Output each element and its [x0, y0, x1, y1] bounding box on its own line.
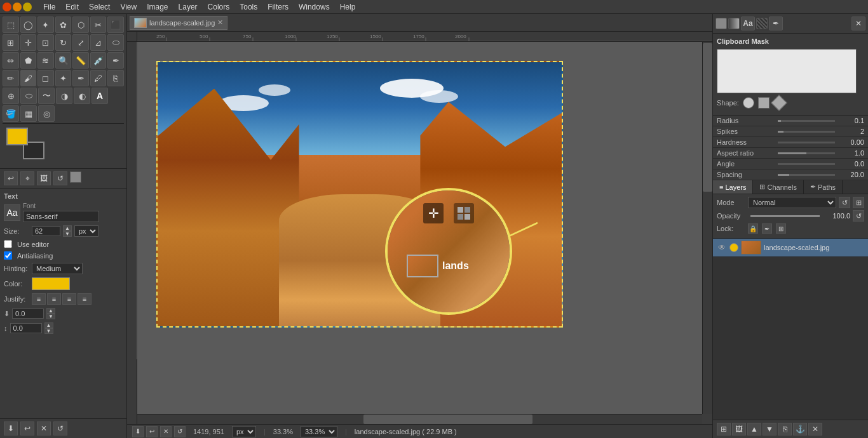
layer-up-button[interactable]: ▲	[747, 423, 761, 435]
delete-icon[interactable]: ✕	[37, 421, 51, 435]
tool-align[interactable]: ⊞	[3, 34, 19, 51]
tool-warp-transform[interactable]: ≋	[37, 52, 54, 69]
tool-crop[interactable]: ⊡	[37, 34, 54, 51]
layer-visibility-toggle[interactable]: 👁	[717, 242, 727, 253]
tool-move[interactable]: ✛	[20, 34, 37, 51]
layer-attributes-button[interactable]: 🖼	[732, 423, 746, 435]
vscroll-thumb[interactable]	[703, 43, 712, 192]
menu-edit[interactable]: Edit	[60, 1, 84, 13]
menu-image[interactable]: Image	[142, 1, 173, 13]
indent-input[interactable]	[12, 309, 44, 319]
delete-layer-button[interactable]: ✕	[808, 423, 822, 435]
shape-circle-button[interactable]	[743, 97, 754, 109]
rp-color-icon[interactable]	[715, 18, 727, 29]
spacing-slider[interactable]	[778, 174, 835, 176]
justify-right[interactable]: ≡	[62, 293, 76, 305]
tab-layers[interactable]: ≡ Layers	[713, 180, 753, 194]
size-spinner[interactable]: ▲ ▼	[63, 225, 72, 237]
rp-pattern-icon[interactable]	[756, 18, 768, 29]
tool-cage-transform[interactable]: ⬟	[20, 52, 37, 69]
shape-square-button[interactable]	[758, 97, 770, 109]
anchor-layer-button[interactable]: ⚓	[793, 423, 807, 435]
hardness-slider[interactable]	[778, 142, 835, 143]
export-icon[interactable]: ⬇	[4, 421, 18, 435]
tool-mypaint[interactable]: 🖊	[90, 70, 107, 86]
tool-airbrush[interactable]: ✦	[55, 70, 72, 86]
lock-alpha-button[interactable]: ⊞	[776, 223, 786, 234]
lock-position-button[interactable]: ✒	[762, 223, 772, 234]
mode-chain-button[interactable]: ⊞	[853, 197, 864, 208]
tool-scissors-select[interactable]: ✂	[90, 17, 107, 33]
tool-color-picker[interactable]: 💉	[90, 52, 107, 69]
mode-reset-button[interactable]: ↺	[839, 197, 850, 208]
tool-dodge-burn[interactable]: ◑	[56, 88, 72, 104]
size-unit-select[interactable]: px	[74, 225, 98, 237]
menu-select[interactable]: Select	[84, 1, 115, 13]
spacing-up[interactable]: ▲	[44, 322, 53, 328]
vertical-scrollbar[interactable]	[702, 42, 712, 414]
menu-filters[interactable]: Filters	[262, 1, 294, 13]
justify-center[interactable]: ≡	[47, 293, 61, 305]
size-input[interactable]	[32, 226, 60, 236]
indent-spinner[interactable]: ▲ ▼	[46, 308, 55, 319]
menu-colors[interactable]: Colors	[203, 1, 235, 13]
tool-pattern[interactable]	[70, 171, 81, 183]
layer-item[interactable]: 👁 landscape-scaled.jpg	[713, 239, 868, 257]
tool-scale[interactable]: ⤢	[72, 34, 89, 51]
tool-rotate[interactable]: ↻	[55, 34, 72, 51]
angle-slider[interactable]	[778, 163, 835, 165]
restore-icon[interactable]: ↺	[53, 421, 67, 435]
hscroll-thumb[interactable]	[363, 415, 533, 424]
tool-blur-sharpen[interactable]: ◎	[38, 105, 55, 122]
font-input[interactable]	[23, 211, 99, 222]
tool-paintbrush[interactable]: 🖌	[20, 70, 37, 86]
unit-select[interactable]: px	[232, 426, 256, 437]
rp-close-button[interactable]: ✕	[851, 17, 865, 30]
new-layer-group-button[interactable]: ⊞	[717, 423, 731, 435]
menu-windows[interactable]: Windows	[294, 1, 335, 13]
tool-smudge[interactable]: 〜	[38, 88, 55, 104]
tool-fuzzy-select[interactable]: ✿	[55, 17, 72, 33]
indent-down[interactable]: ▼	[46, 314, 55, 319]
tool-ellipse-select[interactable]: ◯	[20, 17, 37, 33]
status-export-icon[interactable]: ⬇	[132, 426, 144, 437]
tool-free-select[interactable]: ✦	[37, 17, 54, 33]
size-up[interactable]: ▲	[63, 225, 72, 231]
tab-close-button[interactable]: ✕	[217, 18, 223, 27]
spacing-down[interactable]: ▼	[44, 328, 53, 334]
size-down[interactable]: ▼	[63, 231, 72, 237]
lock-pixels-button[interactable]: 🔒	[748, 223, 758, 234]
tool-clone[interactable]: ⎘	[107, 70, 124, 86]
antialiasing-checkbox[interactable]	[4, 251, 12, 260]
tool-perspective[interactable]: ⬭	[107, 34, 124, 51]
tool-measure[interactable]: 📏	[72, 52, 89, 69]
tool-select-by-color[interactable]: ⬡	[72, 17, 89, 33]
tool-eraser[interactable]: ◻	[37, 70, 54, 86]
tool-text[interactable]: A	[92, 88, 108, 104]
tool-images[interactable]: 🖼	[37, 171, 51, 185]
canvas-scroll[interactable]: ✛	[137, 42, 702, 414]
justify-left[interactable]: ≡	[32, 293, 46, 305]
menu-tools[interactable]: Tools	[234, 1, 262, 13]
spacing-spinner[interactable]: ▲ ▼	[44, 322, 53, 334]
menu-layer[interactable]: Layer	[173, 1, 203, 13]
layer-down-button[interactable]: ▼	[763, 423, 776, 435]
tool-perspective-clone[interactable]: ⬭	[20, 88, 37, 104]
status-close-icon[interactable]: ✕	[160, 426, 172, 437]
duplicate-layer-button[interactable]: ⎘	[778, 423, 792, 435]
image-tab-landscape[interactable]: landscape-scaled.jpg ✕	[130, 16, 227, 30]
hinting-select[interactable]: Medium	[32, 263, 83, 274]
rp-pen-icon[interactable]: ✒	[769, 17, 783, 30]
zoom-select[interactable]: 33.3%	[301, 426, 337, 437]
mode-select[interactable]: Normal	[748, 197, 836, 208]
spacing-input[interactable]	[10, 323, 42, 333]
tool-foreground-select[interactable]: ⬛	[107, 17, 124, 33]
tool-paths[interactable]: ✒	[107, 52, 124, 69]
tool-rect-select[interactable]: ⬚	[3, 17, 19, 33]
tool-ink[interactable]: ✒	[72, 70, 89, 86]
tool-pointer[interactable]: ↺	[53, 171, 67, 185]
tool-flip[interactable]: ⇔	[3, 52, 19, 69]
reset-icon[interactable]: ↩	[20, 421, 34, 435]
tool-device-status[interactable]: ⌖	[20, 171, 34, 185]
foreground-color[interactable]	[6, 128, 28, 145]
